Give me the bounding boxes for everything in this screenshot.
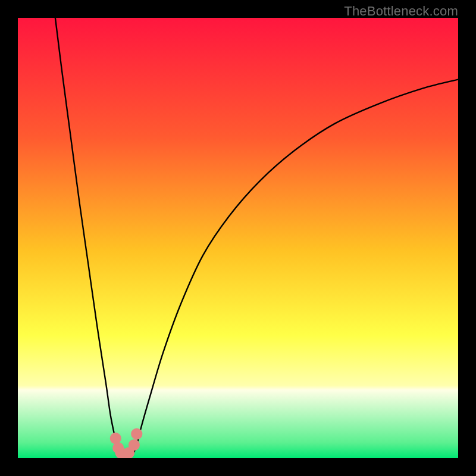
marker-cluster bbox=[110, 428, 143, 458]
curves-layer bbox=[18, 18, 458, 458]
marker-point bbox=[129, 439, 140, 450]
marker-point bbox=[131, 428, 142, 440]
curve-left-branch bbox=[55, 18, 120, 456]
marker-point bbox=[110, 433, 121, 444]
attribution-text: TheBottleneck.com bbox=[344, 4, 458, 19]
curve-right-branch bbox=[132, 80, 458, 456]
plot-area bbox=[18, 18, 458, 458]
chart-frame: TheBottleneck.com bbox=[0, 0, 476, 476]
